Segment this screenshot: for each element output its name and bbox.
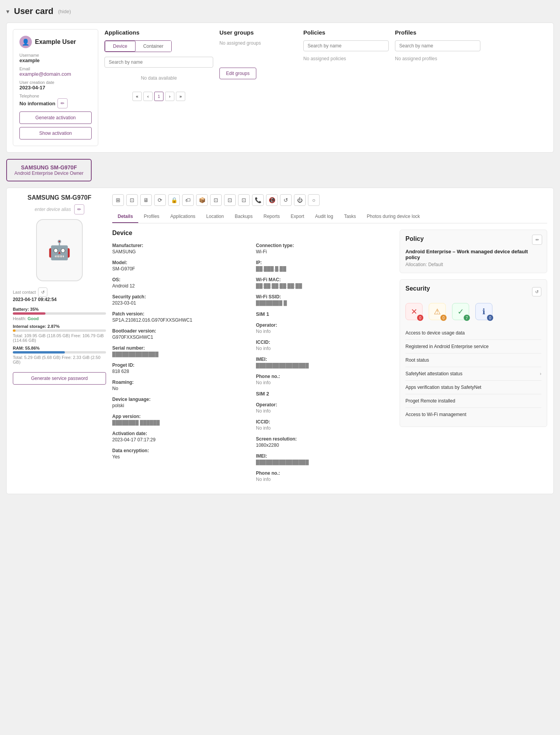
toolbar-icon-8[interactable]: ⊡	[210, 194, 222, 206]
security-patch-row: Security patch: 2023-03-01	[112, 294, 247, 306]
sim2-imei-row: IMEI: ████████████████	[256, 453, 390, 465]
user-display-name: Example User	[35, 38, 76, 45]
toolbar-icon-1[interactable]: ⊞	[112, 194, 124, 206]
toolbar-icon-7[interactable]: 📦	[196, 194, 208, 206]
tab-export[interactable]: Export	[285, 211, 310, 223]
security-item-enterprise[interactable]: Registered in Android Enterprise service	[405, 340, 541, 354]
security-icons-row: ✕ 0 ⚠ 0 ✓ 7 ℹ	[405, 303, 541, 320]
no-assigned-policies: No assigned policies	[303, 56, 389, 61]
security-refresh-button[interactable]: ↺	[532, 287, 541, 296]
sim2-operator-row: Operator: No info	[256, 402, 390, 414]
tab-location[interactable]: Location	[201, 211, 229, 223]
bootloader-row: Bootloader version: G970FXXSGHWC1	[112, 328, 247, 340]
sim2-iccid-row: ICCID: No info	[256, 419, 390, 431]
toolbar-icon-4[interactable]: ⟳	[154, 194, 166, 206]
toolbar-icon-circle[interactable]: ○	[308, 194, 320, 206]
tab-reports[interactable]: Reports	[258, 211, 285, 223]
storage-progress-bar	[13, 329, 106, 332]
roaming-row: Roaming: No	[112, 380, 247, 391]
tab-tasks[interactable]: Tasks	[339, 211, 362, 223]
toolbar-icon-refresh[interactable]: ↺	[280, 194, 292, 206]
device-left-title: SAMSUNG SM-G970F	[13, 194, 106, 201]
device-info-grid: Manufacturer: SAMSUNG Model: SM-G970F OS…	[112, 243, 390, 488]
security-item-root[interactable]: Root status	[405, 354, 541, 367]
security-item-safetynet[interactable]: SafetyNet attestation status ›	[405, 367, 541, 381]
security-section: Security ↺ ✕ 0 ⚠ 0	[400, 279, 547, 427]
user-groups-panel: User groups No assigned groups Edit grou…	[219, 29, 297, 146]
show-activation-button[interactable]: Show activation	[19, 127, 92, 139]
security-item-apps-verification[interactable]: Apps verification status by SafetyNet	[405, 381, 541, 394]
policy-edit-button[interactable]: ✏	[532, 235, 542, 245]
tab-applications[interactable]: Applications	[165, 211, 201, 223]
security-icon-red: ✕ 0	[405, 303, 423, 320]
applications-search-input[interactable]	[104, 57, 213, 68]
toolbar-icon-call[interactable]: 📵	[266, 194, 278, 206]
toolbar-icons: ⊞ ⊡ 🖥 ⟳ 🔒 🏷 📦 ⊡ ⊡ ⊡ 📞 📵 ↺ ⏻ ○	[112, 194, 547, 206]
first-page-button[interactable]: «	[132, 92, 142, 101]
no-assigned-groups: No assigned groups	[219, 40, 297, 46]
hide-link[interactable]: (hide)	[58, 9, 71, 14]
tab-photos[interactable]: Photos during device lock	[362, 211, 426, 223]
email-value: example@domain.com	[19, 71, 92, 77]
toolbar-icon-phone[interactable]: 📞	[252, 194, 264, 206]
no-assigned-profiles: No assigned profiles	[395, 56, 480, 61]
edit-alias-button[interactable]: ✏	[74, 204, 84, 214]
tab-backups[interactable]: Backups	[229, 211, 258, 223]
profiles-search-input[interactable]	[395, 40, 480, 51]
battery-progress-bar	[13, 312, 106, 315]
tab-container[interactable]: Container	[136, 41, 171, 52]
profiles-panel: Profiles No assigned profiles	[395, 29, 480, 146]
toolbar-icon-2[interactable]: ⊡	[126, 194, 138, 206]
user-groups-title: User groups	[219, 29, 297, 36]
policy-name: Android Enterprise – Work managed device…	[405, 249, 541, 260]
device-left-panel: SAMSUNG SM-G970F enter device alias ✏ 🤖 …	[13, 194, 106, 488]
device-alias-placeholder[interactable]: enter device alias	[35, 207, 71, 212]
device-banner-type: Android Enterprise Device Owner	[13, 171, 85, 176]
edit-telephone-button[interactable]: ✏	[57, 98, 68, 108]
device-info-col-right: Connection type: Wi-Fi IP: ██.███.█.██ W…	[256, 243, 390, 488]
sim2-header: SIM 2	[256, 391, 390, 397]
device-info-col-left: Manufacturer: SAMSUNG Model: SM-G970F OS…	[112, 243, 247, 488]
applications-panel: Applications Device Container No data av…	[104, 29, 213, 146]
last-page-button[interactable]: »	[176, 92, 185, 101]
data-encryption-row: Data encryption: Yes	[112, 448, 247, 460]
toolbar-icon-9[interactable]: ⊡	[224, 194, 236, 206]
refresh-contact-button[interactable]: ↺	[38, 287, 47, 297]
ram-detail: Total: 5.29 GiB (5.68 GB) Free: 2.33 GiB…	[13, 355, 106, 364]
collapse-chevron[interactable]: ▾	[6, 8, 9, 15]
applications-pagination: « ‹ 1 › »	[104, 92, 213, 101]
toolbar-icon-power[interactable]: ⏻	[294, 194, 306, 206]
device-banner-name: SAMSUNG SM-G970F	[13, 164, 85, 171]
security-item-proget-remote[interactable]: Proget Remote installed	[405, 394, 541, 408]
username-label: Username	[19, 53, 92, 57]
toolbar-icon-10[interactable]: ⊡	[238, 194, 250, 206]
policies-search-input[interactable]	[303, 40, 389, 51]
os-row: OS: Android 12	[112, 277, 247, 289]
battery-progress-fill	[13, 312, 45, 315]
security-item-wifi[interactable]: Access to Wi-Fi management	[405, 408, 541, 421]
toolbar-icon-5[interactable]: 🔒	[168, 194, 180, 206]
generate-service-password-button[interactable]: Generate service password	[13, 372, 106, 385]
security-count-yellow: 0	[440, 315, 447, 321]
tab-details[interactable]: Details	[112, 211, 138, 223]
ram-progress-bar	[13, 351, 106, 354]
tab-profiles[interactable]: Profiles	[138, 211, 165, 223]
security-icon-blue: ℹ 0	[475, 303, 492, 320]
prev-page-button[interactable]: ‹	[143, 92, 153, 101]
toolbar-icon-3[interactable]: 🖥	[140, 194, 152, 206]
next-page-button[interactable]: ›	[165, 92, 174, 101]
device-banner[interactable]: SAMSUNG SM-G970F Android Enterprise Devi…	[6, 159, 92, 181]
generate-activation-button[interactable]: Generate activation	[19, 111, 92, 124]
last-contact-label: Last contact ↺	[13, 287, 106, 297]
security-count-green: 7	[464, 315, 470, 321]
email-label: Email	[19, 66, 92, 71]
edit-groups-button[interactable]: Edit groups	[219, 68, 256, 79]
toolbar-icon-6[interactable]: 🏷	[182, 194, 194, 206]
tab-device[interactable]: Device	[105, 41, 136, 52]
security-item-usage-data[interactable]: Access to device usage data	[405, 326, 541, 340]
detail-tabs: Details Profiles Applications Location B…	[112, 211, 547, 223]
serial-row: Serial number: ██████████████	[112, 345, 247, 357]
page-1-button[interactable]: 1	[154, 92, 163, 101]
security-items-list: Access to device usage data Registered i…	[405, 326, 541, 421]
tab-audit-log[interactable]: Audit log	[310, 211, 339, 223]
